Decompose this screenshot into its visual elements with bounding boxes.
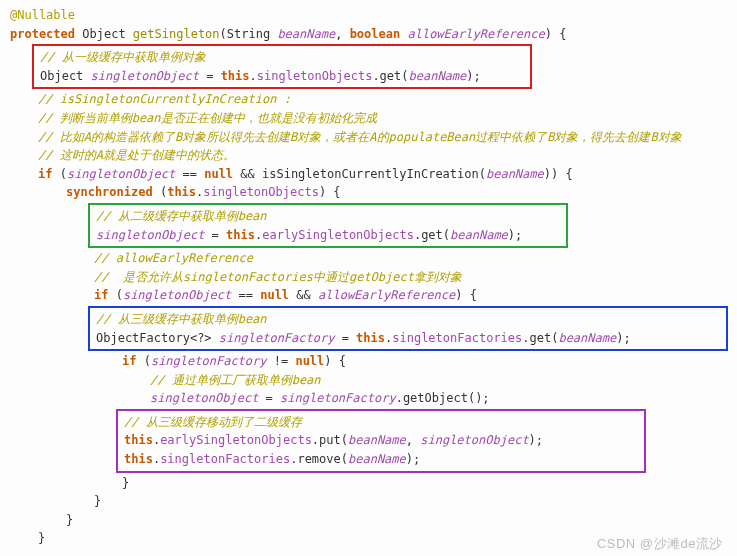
highlight-box-level2: // 从二级缓存中获取单例bean singletonObject = this… — [88, 203, 568, 248]
code-line: if (singletonObject == null && allowEarl… — [10, 286, 727, 305]
code-line: Object singletonObject = this.singletonO… — [40, 67, 524, 86]
code-line: ObjectFactory<?> singletonFactory = this… — [96, 329, 720, 348]
code-line: if (singletonFactory != null) { — [10, 352, 727, 371]
highlight-box-level3: // 从三级缓存中获取单例bean ObjectFactory<?> singl… — [88, 306, 728, 351]
code-comment: // 从一级缓存中获取单例对象 — [40, 48, 524, 67]
code-comment: // 从三级缓存中获取单例bean — [96, 310, 720, 329]
code-comment: // 判断当前单例bean是否正在创建中，也就是没有初始化完成 — [10, 109, 727, 128]
code-comment: // 从二级缓存中获取单例bean — [96, 207, 560, 226]
code-line: @Nullable — [10, 6, 727, 25]
code-line: } — [10, 511, 727, 530]
code-line: singletonObject = this.earlySingletonObj… — [96, 226, 560, 245]
code-comment: // allowEarlyReference — [10, 249, 727, 268]
highlight-box-move: // 从三级缓存移动到了二级缓存 this.earlySingletonObje… — [116, 409, 646, 473]
code-comment: // 通过单例工厂获取单例bean — [10, 371, 727, 390]
code-line: protected Object getSingleton(String bea… — [10, 25, 727, 44]
code-comment: // isSingletonCurrentlyInCreation : — [10, 90, 727, 109]
code-line: this.earlySingletonObjects.put(beanName,… — [124, 431, 638, 450]
code-line: if (singletonObject == null && isSinglet… — [10, 165, 727, 184]
code-comment: // 这时的A就是处于创建中的状态。 — [10, 146, 727, 165]
code-comment: // 是否允许从singletonFactories中通过getObject拿到… — [10, 268, 727, 287]
code-line: } — [10, 492, 727, 511]
code-comment: // 比如A的构造器依赖了B对象所以得先去创建B对象，或者在A的populate… — [10, 128, 727, 147]
highlight-box-level1: // 从一级缓存中获取单例对象 Object singletonObject =… — [32, 44, 532, 89]
code-line: singletonObject = singletonFactory.getOb… — [10, 389, 727, 408]
code-comment: // 从三级缓存移动到了二级缓存 — [124, 413, 638, 432]
code-line: this.singletonFactories.remove(beanName)… — [124, 450, 638, 469]
code-line: synchronized (this.singletonObjects) { — [10, 183, 727, 202]
watermark: CSDN @沙滩de流沙 — [597, 534, 723, 554]
code-line: } — [10, 474, 727, 493]
